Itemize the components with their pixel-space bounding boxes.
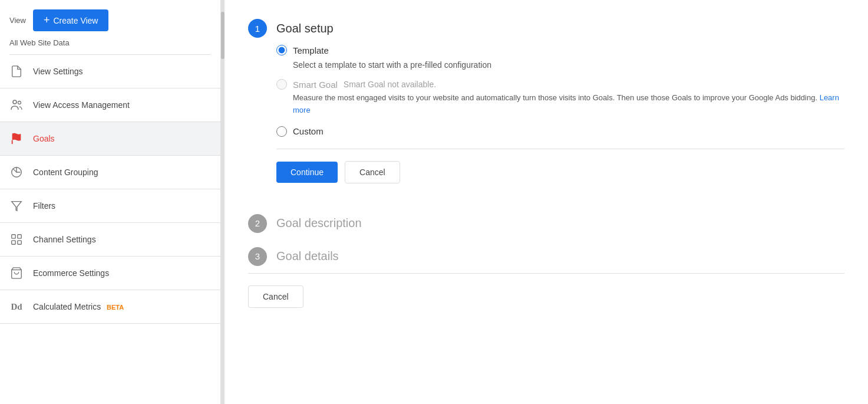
svg-rect-5	[12, 235, 15, 238]
cancel-button-step1[interactable]: Cancel	[345, 161, 400, 183]
sidebar-item-goals[interactable]: Goals	[0, 122, 220, 156]
step1-badge: 1	[248, 19, 267, 38]
step3-title: Goal details	[276, 249, 339, 263]
svg-point-1	[18, 101, 21, 104]
sidebar-item-content-grouping[interactable]: Content Grouping	[0, 156, 220, 189]
bottom-cancel-button[interactable]: Cancel	[248, 285, 303, 308]
scroll-thumb[interactable]	[221, 12, 225, 59]
custom-radio[interactable]	[276, 126, 287, 137]
svg-point-0	[13, 100, 16, 104]
sidebar-view-label: View	[9, 16, 26, 25]
all-web-label: All Web Site Data	[0, 36, 220, 54]
goal-setup-content: Template Select a template to start with…	[248, 45, 844, 207]
document-icon	[9, 64, 24, 78]
plus-icon: +	[44, 14, 50, 27]
bottom-section: Cancel	[248, 273, 844, 308]
step1-title: Goal setup	[276, 22, 334, 35]
sidebar-item-filters-label: Filters	[33, 201, 55, 211]
smart-goal-unavailable: Smart Goal not available.	[344, 80, 436, 89]
template-option[interactable]: Template	[276, 45, 844, 55]
people-icon	[9, 98, 24, 112]
sidebar-item-filters[interactable]: Filters	[0, 189, 220, 223]
sidebar-item-ecommerce-settings[interactable]: Ecommerce Settings	[0, 257, 220, 290]
svg-rect-7	[12, 241, 15, 244]
step3-section: 3 Goal details	[248, 240, 844, 273]
cart-icon	[9, 266, 24, 280]
sidebar-item-goals-label: Goals	[33, 134, 55, 143]
custom-option[interactable]: Custom	[276, 126, 844, 137]
create-view-button[interactable]: + Create View	[33, 9, 109, 31]
filter-icon	[9, 199, 24, 213]
template-description: Select a template to start with a pre-fi…	[293, 60, 844, 70]
continue-button[interactable]: Continue	[276, 162, 338, 183]
sidebar-item-view-settings[interactable]: View Settings	[0, 55, 220, 88]
step1-header: 1 Goal setup	[248, 12, 844, 45]
scrollbar[interactable]	[221, 0, 225, 404]
step1-divider	[276, 149, 844, 149]
beta-badge: BETA	[107, 304, 124, 311]
channel-icon	[9, 232, 24, 247]
smart-goal-radio[interactable]	[276, 79, 287, 90]
custom-label[interactable]: Custom	[293, 126, 324, 136]
dd-icon: Dd	[9, 300, 24, 314]
smart-goal-header: Smart Goal Smart Goal not available.	[276, 79, 844, 90]
smart-goal-label: Smart Goal	[293, 80, 338, 90]
sidebar-item-ecommerce-label: Ecommerce Settings	[33, 268, 109, 278]
smart-goal-section: Smart Goal Smart Goal not available. Mea…	[276, 79, 844, 117]
sidebar-item-view-settings-label: View Settings	[33, 67, 83, 76]
flag-icon	[9, 132, 24, 146]
analytics-icon	[9, 165, 24, 179]
sidebar-item-channel-settings[interactable]: Channel Settings	[0, 223, 220, 257]
smart-goal-description: Measure the most engaged visits to your …	[293, 92, 844, 117]
create-view-label: Create View	[53, 16, 98, 25]
sidebar-item-calculated-metrics[interactable]: Dd Calculated Metrics BETA	[0, 290, 220, 324]
template-label[interactable]: Template	[293, 45, 329, 55]
step1-section: 1 Goal setup Template Select a template …	[248, 12, 844, 207]
sidebar-item-channel-settings-label: Channel Settings	[33, 235, 96, 244]
svg-marker-4	[12, 202, 22, 211]
main-content: 1 Goal setup Template Select a template …	[225, 0, 868, 404]
svg-rect-6	[18, 235, 21, 238]
step3-header: 3 Goal details	[248, 240, 844, 273]
template-radio[interactable]	[276, 45, 287, 55]
sidebar-item-view-access-label: View Access Management	[33, 100, 130, 110]
sidebar-header: View + Create View	[0, 0, 220, 36]
sidebar: View + Create View All Web Site Data Vie…	[0, 0, 221, 404]
sidebar-item-calculated-metrics-label: Calculated Metrics BETA	[33, 302, 124, 311]
step2-header: 2 Goal description	[248, 207, 844, 240]
step2-section: 2 Goal description	[248, 207, 844, 240]
step1-buttons: Continue Cancel	[276, 161, 844, 183]
sidebar-item-view-access-management[interactable]: View Access Management	[0, 88, 220, 122]
sidebar-item-content-grouping-label: Content Grouping	[33, 167, 98, 177]
step2-title: Goal description	[276, 216, 362, 230]
step3-badge: 3	[248, 247, 267, 266]
step2-badge: 2	[248, 214, 267, 233]
svg-rect-8	[18, 241, 21, 244]
